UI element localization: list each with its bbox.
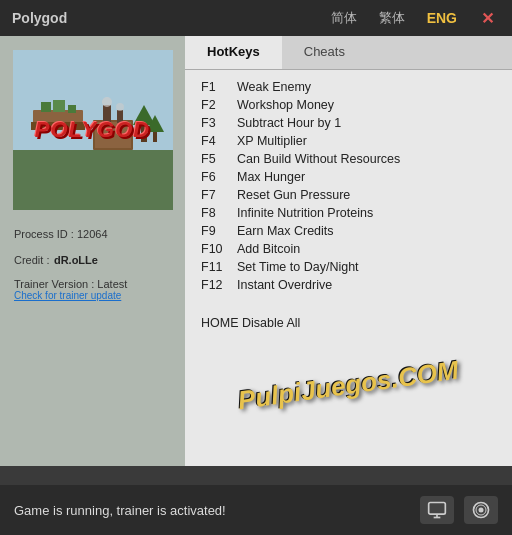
hotkey-key-f12: F12: [201, 278, 237, 292]
svg-point-21: [479, 508, 484, 513]
hotkey-key-f7: F7: [201, 188, 237, 202]
hotkey-row: F6 Max Hunger: [201, 170, 496, 184]
hotkey-row: F8 Infinite Nutrition Proteins: [201, 206, 496, 220]
hotkey-desc-f10: Add Bitcoin: [237, 242, 300, 256]
svg-rect-5: [53, 100, 65, 112]
hotkey-row: F3 Subtract Hour by 1: [201, 116, 496, 130]
svg-point-11: [102, 97, 112, 107]
hotkey-desc-f4: XP Multiplier: [237, 134, 307, 148]
game-info-section: Process ID : 12064 Credit : dR.oLLe Trai…: [10, 210, 175, 301]
lang-btn-eng[interactable]: ENG: [423, 8, 461, 28]
hotkey-desc-home: Disable All: [242, 316, 300, 330]
svg-rect-1: [13, 150, 173, 210]
monitor-icon: [427, 500, 447, 520]
home-section: HOME Disable All: [185, 306, 512, 334]
hotkey-row: F1 Weak Enemy: [201, 80, 496, 94]
hotkey-desc-f12: Instant Overdrive: [237, 278, 332, 292]
monitor-icon-button[interactable]: [420, 496, 454, 524]
hotkey-row: F10 Add Bitcoin: [201, 242, 496, 256]
hotkey-desc-f2: Workshop Money: [237, 98, 334, 112]
hotkey-key-home: HOME: [201, 316, 239, 330]
main-content: POLYGOD Process ID : 12064 Credit : dR.o…: [0, 36, 512, 466]
hotkey-desc-f8: Infinite Nutrition Proteins: [237, 206, 373, 220]
lang-btn-simplified[interactable]: 简体: [327, 7, 361, 29]
tab-cheats[interactable]: Cheats: [282, 36, 367, 69]
lang-btn-traditional[interactable]: 繁体: [375, 7, 409, 29]
hotkey-key-f8: F8: [201, 206, 237, 220]
hotkey-desc-f3: Subtract Hour by 1: [237, 116, 341, 130]
title-bar-right: 简体 繁体 ENG ✕: [327, 7, 500, 30]
hotkey-key-f1: F1: [201, 80, 237, 94]
hotkey-desc-f5: Can Build Without Resources: [237, 152, 400, 166]
music-icon-button[interactable]: [464, 496, 498, 524]
hotkey-key-f10: F10: [201, 242, 237, 256]
credit-label: Credit :: [14, 254, 49, 266]
left-panel: POLYGOD Process ID : 12064 Credit : dR.o…: [0, 36, 185, 466]
credit-value: dR.oLLe: [54, 254, 98, 266]
hotkeys-list: F1 Weak Enemy F2 Workshop Money F3 Subtr…: [185, 70, 512, 306]
hotkey-key-f3: F3: [201, 116, 237, 130]
music-icon: [471, 500, 491, 520]
process-id-label: Process ID : 12064: [14, 228, 171, 240]
status-bar: Game is running, trainer is activated!: [0, 485, 512, 535]
game-title-image: POLYGOD: [35, 117, 150, 143]
hotkey-desc-f7: Reset Gun Pressure: [237, 188, 350, 202]
credit-row: Credit : dR.oLLe: [14, 250, 171, 268]
hotkey-key-f4: F4: [201, 134, 237, 148]
title-bar: Polygod 简体 繁体 ENG ✕: [0, 0, 512, 36]
hotkey-row: F5 Can Build Without Resources: [201, 152, 496, 166]
svg-rect-6: [68, 105, 76, 113]
svg-point-12: [116, 103, 124, 111]
hotkey-key-f6: F6: [201, 170, 237, 184]
hotkey-key-f2: F2: [201, 98, 237, 112]
hotkey-desc-f11: Set Time to Day/Night: [237, 260, 359, 274]
hotkey-row: F4 XP Multiplier: [201, 134, 496, 148]
trainer-version-label: Trainer Version : Latest: [14, 278, 171, 290]
svg-rect-17: [429, 503, 446, 515]
game-image: POLYGOD: [13, 50, 173, 210]
right-panel: HotKeys Cheats F1 Weak Enemy F2 Workshop…: [185, 36, 512, 466]
close-button[interactable]: ✕: [475, 7, 500, 30]
title-bar-left: Polygod: [12, 10, 327, 26]
game-scene: POLYGOD: [13, 50, 173, 210]
svg-rect-4: [41, 102, 51, 112]
hotkey-desc-f1: Weak Enemy: [237, 80, 311, 94]
hotkey-row: F12 Instant Overdrive: [201, 278, 496, 292]
tab-hotkeys[interactable]: HotKeys: [185, 36, 282, 69]
hotkey-desc-f9: Earn Max Credits: [237, 224, 334, 238]
trainer-version-row: Trainer Version : Latest Check for train…: [14, 278, 171, 301]
trainer-update-link[interactable]: Check for trainer update: [14, 290, 171, 301]
hotkey-row: F11 Set Time to Day/Night: [201, 260, 496, 274]
hotkey-key-f9: F9: [201, 224, 237, 238]
status-message: Game is running, trainer is activated!: [14, 503, 226, 518]
hotkey-desc-f6: Max Hunger: [237, 170, 305, 184]
hotkey-key-f5: F5: [201, 152, 237, 166]
app-title: Polygod: [12, 10, 67, 26]
tabs: HotKeys Cheats: [185, 36, 512, 70]
status-icons: [420, 496, 498, 524]
hotkey-row: F2 Workshop Money: [201, 98, 496, 112]
hotkey-key-f11: F11: [201, 260, 237, 274]
hotkey-row: F9 Earn Max Credits: [201, 224, 496, 238]
hotkey-row: F7 Reset Gun Pressure: [201, 188, 496, 202]
